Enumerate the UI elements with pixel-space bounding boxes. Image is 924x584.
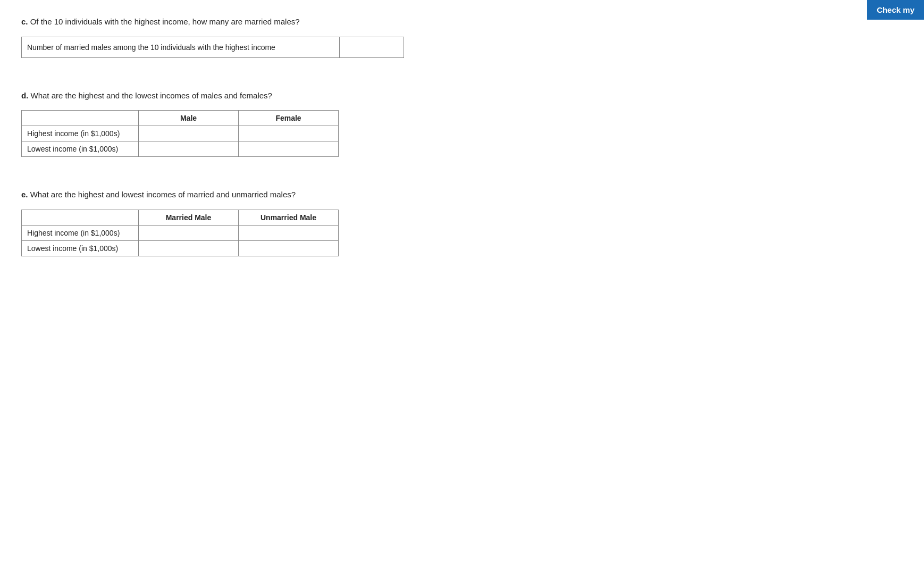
- table-d-row1-label: Highest income (in $1,000s): [22, 126, 139, 141]
- table-d-row1-female-input[interactable]: [242, 128, 335, 139]
- table-row: Lowest income (in $1,000s): [22, 240, 339, 256]
- table-e-row1-unmarried-input[interactable]: [242, 228, 335, 238]
- table-d-row1-male-cell: [139, 126, 239, 141]
- table-e-row1-unmarried-cell: [239, 225, 339, 240]
- table-d-row2-male-cell: [139, 141, 239, 157]
- table-e-row1-married-input[interactable]: [142, 228, 235, 238]
- section-d: d. What are the highest and the lowest i…: [21, 90, 457, 157]
- table-d-row-header: [22, 111, 139, 126]
- table-e-row2-label: Lowest income (in $1,000s): [22, 240, 139, 256]
- table-e-col-married: Married Male: [139, 210, 239, 225]
- table-e-row1-label: Highest income (in $1,000s): [22, 225, 139, 240]
- check-my-button[interactable]: Check my: [867, 0, 924, 20]
- table-e-header-row: Married Male Unmarried Male: [22, 210, 339, 225]
- table-d-row1-female-cell: [239, 126, 339, 141]
- table-e-row1-married-cell: [139, 225, 239, 240]
- question-e: e. What are the highest and lowest incom…: [21, 189, 457, 201]
- table-d: Male Female Highest income (in $1,000s) …: [21, 110, 339, 157]
- section-c: c. Of the 10 individuals with the highes…: [21, 16, 457, 58]
- table-e-row2-unmarried-cell: [239, 240, 339, 256]
- table-d-row2-male-input[interactable]: [142, 144, 235, 154]
- table-d-row1-male-input[interactable]: [142, 128, 235, 139]
- table-row: Highest income (in $1,000s): [22, 225, 339, 240]
- answer-input-c[interactable]: [340, 37, 404, 57]
- table-e-row-header: [22, 210, 139, 225]
- table-d-col-female: Female: [239, 111, 339, 126]
- table-e: Married Male Unmarried Male Highest inco…: [21, 210, 339, 256]
- section-e: e. What are the highest and lowest incom…: [21, 189, 457, 256]
- table-d-row2-female-input[interactable]: [242, 144, 335, 154]
- table-e-col-unmarried: Unmarried Male: [239, 210, 339, 225]
- table-e-row2-married-input[interactable]: [142, 243, 235, 254]
- answer-row-c: Number of married males among the 10 ind…: [21, 37, 404, 58]
- table-row: Lowest income (in $1,000s): [22, 141, 339, 157]
- question-c: c. Of the 10 individuals with the highes…: [21, 16, 457, 28]
- table-e-row2-unmarried-input[interactable]: [242, 243, 335, 254]
- table-d-header-row: Male Female: [22, 111, 339, 126]
- table-d-row2-female-cell: [239, 141, 339, 157]
- question-d: d. What are the highest and the lowest i…: [21, 90, 457, 102]
- table-d-row2-label: Lowest income (in $1,000s): [22, 141, 139, 157]
- table-e-row2-married-cell: [139, 240, 239, 256]
- table-label-c: Number of married males among the 10 ind…: [22, 37, 340, 57]
- table-d-col-male: Male: [139, 111, 239, 126]
- table-row: Highest income (in $1,000s): [22, 126, 339, 141]
